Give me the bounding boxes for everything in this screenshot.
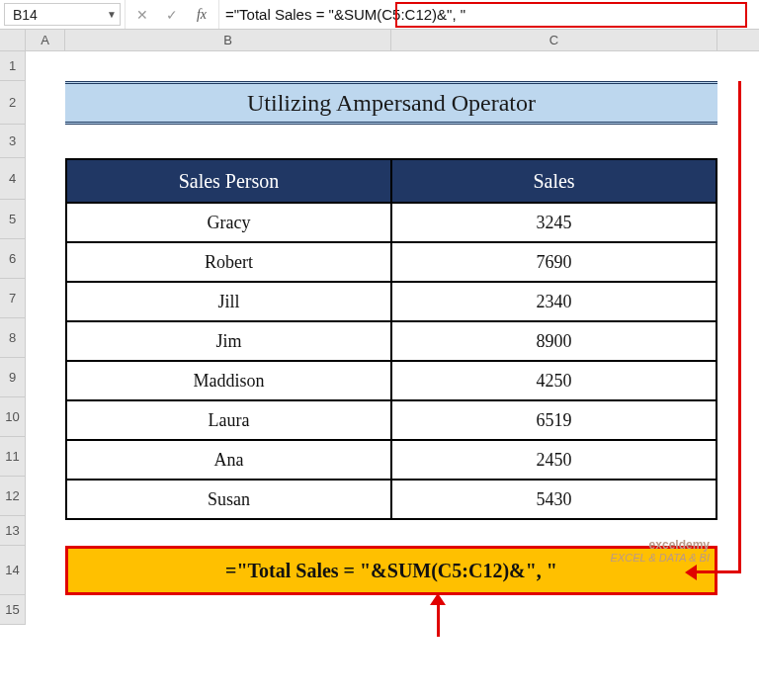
name-box[interactable]: B14 [5,7,104,23]
col-header-A[interactable]: A [26,30,65,50]
table-row: Gracy 3245 [67,202,716,241]
arrow-up-icon [430,593,446,605]
arrow-left-icon [685,565,697,580]
cell-person[interactable]: Jill [67,281,392,320]
row-header-8[interactable]: 8 [0,318,26,358]
header-sales[interactable]: Sales [392,160,716,202]
row-header-5[interactable]: 5 [0,200,26,239]
confirm-icon[interactable]: ✓ [161,4,183,26]
cell-person[interactable]: Susan [67,479,392,518]
cells-area[interactable]: Utilizing Ampersand Operator Sales Perso… [26,51,759,625]
table-row: Laura 6519 [67,399,716,439]
sheet-title[interactable]: Utilizing Ampersand Operator [65,81,717,125]
row-header-9[interactable]: 9 [0,358,26,397]
col-header-C[interactable]: C [391,30,717,50]
table-row: Jim 8900 [67,320,716,360]
row-header-4[interactable]: 4 [0,158,26,200]
row-header-2[interactable]: 2 [0,81,26,125]
spreadsheet-grid: A B C 1 2 3 4 5 6 7 8 9 10 11 12 13 14 1… [0,30,759,625]
cell-person[interactable]: Ana [67,439,392,479]
table-header-row: Sales Person Sales [67,160,716,202]
cell-person[interactable]: Laura [67,399,392,439]
cell-sales[interactable]: 4250 [392,360,716,399]
table-row: Jill 2340 [67,281,716,320]
row-header-10[interactable]: 10 [0,397,26,437]
cell-sales[interactable]: 6519 [392,399,716,439]
row-header-1[interactable]: 1 [0,51,26,81]
row-header-13[interactable]: 13 [0,516,26,546]
formula-bar: B14 ▼ ✕ ✓ fx ="Total Sales = "&SUM(C5:C1… [0,0,759,30]
callout-line-horizontal [692,570,741,573]
select-all-corner[interactable] [0,30,26,50]
cell-sales[interactable]: 5430 [392,479,716,518]
watermark-tag: EXCEL & DATA & BI [611,552,710,564]
cell-sales[interactable]: 8900 [392,320,716,360]
row-header-6[interactable]: 6 [0,239,26,279]
table-row: Maddison 4250 [67,360,716,399]
table-row: Ana 2450 [67,439,716,479]
cell-sales[interactable]: 7690 [392,241,716,281]
row-headers: 1 2 3 4 5 6 7 8 9 10 11 12 13 14 15 [0,51,26,625]
callout-arrow-up-line [437,601,440,637]
cell-person[interactable]: Jim [67,320,392,360]
callout-line-vertical [738,81,741,573]
formula-input[interactable]: ="Total Sales = "&SUM(C5:C12)&", " [218,0,759,29]
row-header-3[interactable]: 3 [0,125,26,158]
watermark-brand: exceldemy [611,539,710,552]
cell-person[interactable]: Maddison [67,360,392,399]
name-box-wrap[interactable]: B14 ▼ [4,3,121,26]
cell-person[interactable]: Gracy [67,202,392,241]
header-sales-person[interactable]: Sales Person [67,160,392,202]
col-header-B[interactable]: B [65,30,391,50]
cell-sales[interactable]: 2450 [392,439,716,479]
chevron-down-icon[interactable]: ▼ [104,9,120,20]
row-header-12[interactable]: 12 [0,477,26,516]
cell-person[interactable]: Robert [67,241,392,281]
cell-sales[interactable]: 3245 [392,202,716,241]
fx-icon[interactable]: fx [191,4,212,26]
cell-sales[interactable]: 2340 [392,281,716,320]
row-header-11[interactable]: 11 [0,437,26,477]
watermark: exceldemy EXCEL & DATA & BI [611,539,710,564]
formula-bar-buttons: ✕ ✓ fx [125,0,218,29]
column-headers: A B C [0,30,759,51]
table-row: Susan 5430 [67,479,716,518]
cancel-icon[interactable]: ✕ [131,4,153,26]
row-header-14[interactable]: 14 [0,546,26,595]
row-header-7[interactable]: 7 [0,279,26,318]
row-header-15[interactable]: 15 [0,595,26,625]
table-row: Robert 7690 [67,241,716,281]
data-table: Sales Person Sales Gracy 3245 Robert 769… [65,158,717,520]
